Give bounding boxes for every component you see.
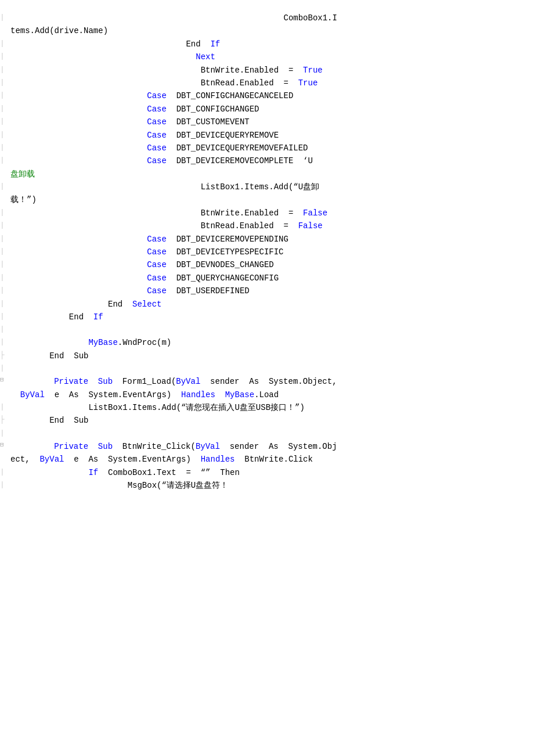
code-line: ByVal e As System.EventArgs) Handles MyB…	[0, 388, 534, 401]
line-content: ect, ByVal e As System.EventArgs) Handle…	[8, 453, 534, 466]
line-content: Case DBT_CONFIGCHANGED	[8, 103, 534, 116]
line-content: ByVal e As System.EventArgs) Handles MyB…	[8, 388, 534, 401]
code-line: | Case DBT_DEVICEQUERYREMOVEFAILED	[0, 142, 534, 154]
code-line: ├ End Sub	[0, 414, 534, 427]
line-gutter: ├	[0, 350, 8, 362]
code-line: | Case DBT_USERDEFINED	[0, 285, 534, 297]
code-line: | End Select	[0, 298, 534, 311]
line-gutter: |	[0, 479, 8, 491]
line-content: End Sub	[8, 414, 534, 427]
code-line: 载！”)	[0, 193, 534, 206]
code-line: | ListBox1.Items.Add(“请您现在插入U盘至USB接口！”)	[0, 401, 534, 414]
line-gutter: |	[0, 285, 8, 297]
line-gutter: |	[0, 298, 8, 310]
line-gutter: |	[0, 129, 8, 141]
code-line: | If ComboBox1.Text = “” Then	[0, 466, 534, 479]
code-line: | Next	[0, 51, 534, 63]
code-line: | BtnRead.Enabled = False	[0, 219, 534, 232]
line-gutter: |	[0, 246, 8, 258]
line-content: Private Sub Form1_Load(ByVal sender As S…	[13, 375, 534, 388]
line-gutter: ├	[0, 414, 8, 426]
code-line: |	[0, 362, 534, 375]
line-content: Case DBT_USERDEFINED	[8, 285, 534, 297]
line-gutter: |	[0, 207, 8, 219]
line-content: Case DBT_DEVICEQUERYREMOVEFAILED	[8, 142, 534, 154]
code-line: ├ End Sub	[0, 350, 534, 362]
line-content: 盘卸载	[8, 168, 534, 181]
code-line: | BtnWrite.Enabled = True	[0, 64, 534, 77]
code-line: |	[0, 427, 534, 440]
line-gutter: |	[0, 116, 8, 128]
code-line: | Case DBT_DEVICETYPESPECIFIC	[0, 246, 534, 258]
line-gutter: |	[0, 219, 8, 232]
code-line: | MyBase.WndProc(m)	[0, 336, 534, 349]
code-line: | MsgBox(“请选择U盘盘符！	[0, 479, 534, 492]
code-line: | Case DBT_CONFIGCHANGECANCELED	[0, 89, 534, 102]
line-gutter: |	[0, 427, 8, 440]
line-content: Case DBT_QUERYCHANGECONFIG	[8, 272, 534, 285]
line-gutter: |	[0, 89, 8, 102]
line-gutter: |	[0, 142, 8, 154]
line-content: Case DBT_CUSTOMEVENT	[8, 116, 534, 128]
line-gutter: |	[0, 233, 8, 245]
code-line: | ListBox1.Items.Add(“U盘卸	[0, 181, 534, 193]
line-content: ListBox1.Items.Add(“请您现在插入U盘至USB接口！”)	[8, 401, 534, 414]
line-gutter: |	[0, 258, 8, 271]
line-content: Case DBT_DEVICEREMOVEPENDING	[8, 233, 534, 246]
code-line: ect, ByVal e As System.EventArgs) Handle…	[0, 453, 534, 466]
code-line: | Case DBT_DEVICEREMOVECOMPLETE ‘U	[0, 154, 534, 167]
line-content: End Select	[8, 298, 534, 311]
line-gutter: |	[0, 336, 8, 348]
line-content: End Sub	[8, 350, 534, 362]
line-content: BtnWrite.Enabled = False	[8, 207, 534, 219]
line-content: Case DBT_CONFIGCHANGECANCELED	[8, 89, 534, 102]
code-line: | End If	[0, 38, 534, 51]
line-gutter: |	[0, 401, 8, 413]
line-content: 载！”)	[8, 193, 534, 206]
code-line: | Case DBT_QUERYCHANGECONFIG	[0, 272, 534, 285]
code-line: 盘卸载	[0, 168, 534, 181]
line-gutter: |	[0, 181, 8, 193]
line-content: ListBox1.Items.Add(“U盘卸	[8, 181, 534, 193]
code-line: | End If	[0, 311, 534, 323]
line-content: If ComboBox1.Text = “” Then	[8, 466, 534, 479]
code-line: ⊟ Private Sub BtnWrite_Click(ByVal sende…	[0, 440, 534, 453]
code-line: ⊟ Private Sub Form1_Load(ByVal sender As…	[0, 375, 534, 388]
code-editor: | ComboBox1.Items.Add(drive.Name)| End I…	[0, 0, 534, 503]
line-gutter: ⊟	[0, 440, 13, 451]
line-content: Case DBT_DEVICEQUERYREMOVE	[8, 129, 534, 142]
line-content: tems.Add(drive.Name)	[8, 24, 534, 37]
line-gutter: |	[0, 272, 8, 284]
line-content: Next	[8, 51, 534, 63]
line-gutter: |	[0, 103, 8, 115]
line-gutter: |	[0, 154, 8, 167]
line-content: Case DBT_DEVNODES_CHANGED	[8, 258, 534, 271]
line-content: MsgBox(“请选择U盘盘符！	[8, 479, 534, 492]
line-content: BtnRead.Enabled = True	[8, 77, 534, 89]
line-gutter: |	[0, 311, 8, 323]
line-gutter: |	[0, 64, 8, 76]
code-line: tems.Add(drive.Name)	[0, 24, 534, 37]
line-content: Private Sub BtnWrite_Click(ByVal sender …	[13, 440, 534, 453]
line-gutter: |	[0, 51, 8, 63]
code-line: |	[0, 323, 534, 336]
code-line: | BtnWrite.Enabled = False	[0, 207, 534, 219]
line-gutter: |	[0, 77, 8, 89]
line-content: BtnWrite.Enabled = True	[8, 64, 534, 77]
line-gutter: |	[0, 362, 8, 375]
code-line: | BtnRead.Enabled = True	[0, 77, 534, 89]
line-content: ComboBox1.I	[8, 12, 534, 24]
line-content: End If	[8, 311, 534, 323]
line-content: Case DBT_DEVICETYPESPECIFIC	[8, 246, 534, 258]
line-gutter: |	[0, 38, 8, 50]
code-line: | Case DBT_DEVICEQUERYREMOVE	[0, 129, 534, 142]
code-line: | Case DBT_DEVICEREMOVEPENDING	[0, 233, 534, 246]
line-gutter: |	[0, 466, 8, 478]
code-line: | Case DBT_CONFIGCHANGED	[0, 103, 534, 116]
code-line: | ComboBox1.I	[0, 12, 534, 24]
code-line: | Case DBT_CUSTOMEVENT	[0, 116, 534, 128]
line-gutter: |	[0, 12, 8, 24]
line-content: BtnRead.Enabled = False	[8, 219, 534, 232]
line-content: End If	[8, 38, 534, 51]
line-content: MyBase.WndProc(m)	[8, 336, 534, 349]
